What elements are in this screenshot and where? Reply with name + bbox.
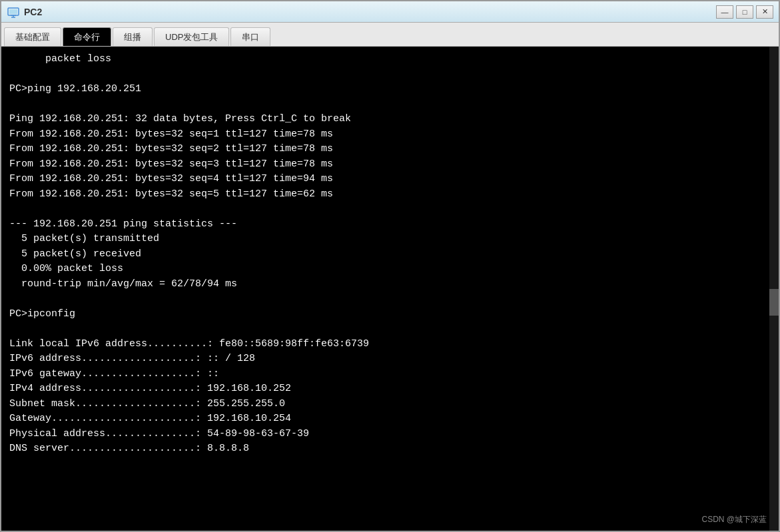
tab-serial[interactable]: 串口 [230,27,270,46]
minimize-button[interactable]: — [716,5,733,19]
application-window: PC2 — □ ✕ 基础配置 命令行 组播 UDP发包工具 串口 packet … [0,0,780,532]
tab-multicast[interactable]: 组播 [113,27,153,46]
watermark: CSDN @城下深蓝 [701,514,767,525]
title-bar-left: PC2 [7,5,42,19]
maximize-button[interactable]: □ [736,5,753,19]
tab-basic[interactable]: 基础配置 [4,27,61,46]
tab-cmd[interactable]: 命令行 [63,27,111,46]
app-icon [7,5,20,19]
window-controls: — □ ✕ [716,5,773,19]
window-title: PC2 [24,7,42,17]
scrollbar-thumb[interactable] [769,289,779,316]
close-button[interactable]: ✕ [756,5,773,19]
scrollbar[interactable] [769,47,779,531]
terminal-container: packet loss PC>ping 192.168.20.251 Ping … [1,47,779,531]
tab-udp[interactable]: UDP发包工具 [154,27,229,46]
terminal-output[interactable]: packet loss PC>ping 192.168.20.251 Ping … [1,47,779,531]
svg-rect-4 [9,9,17,14]
title-bar: PC2 — □ ✕ [1,1,779,23]
tab-bar: 基础配置 命令行 组播 UDP发包工具 串口 [1,23,779,47]
